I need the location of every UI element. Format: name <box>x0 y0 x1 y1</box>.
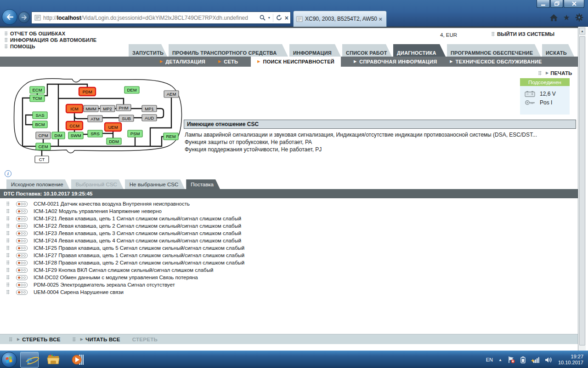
module-UEM[interactable]: UEM <box>105 123 121 131</box>
network-tray-icon[interactable] <box>531 356 539 363</box>
logout-button[interactable]: ВЫЙТИ ИЗ СИСТЕМЫ <box>492 31 554 37</box>
menu-item-vehicle-info[interactable]: ИНФОРМАЦИЯ ОБ АВТОМОБИЛЕ <box>5 37 96 43</box>
module-AUD[interactable]: AUD <box>142 115 157 121</box>
info-icon[interactable]: i <box>5 170 11 177</box>
module-ECM[interactable]: ECM <box>30 86 45 93</box>
tab-information[interactable]: ИНФОРМАЦИЯ <box>289 44 341 57</box>
module-CT[interactable]: CT <box>35 156 49 163</box>
dtc-row[interactable]: ICM-1F28 Правая клавиша, цепь 2 Сигнал с… <box>0 259 578 266</box>
dtc-row[interactable]: ICM-1F24 Левая клавиша, цепь 4 Сигнал сл… <box>0 237 578 244</box>
tray-expand-icon[interactable]: ▲ <box>498 358 502 362</box>
module-REM[interactable]: REM <box>164 133 178 140</box>
module-CEM[interactable]: CEM <box>36 143 51 150</box>
forward-arrow-icon <box>22 15 27 20</box>
module-MMM[interactable]: MMM <box>84 105 98 112</box>
dtc-label: ICM-1A02 Модуль управления Напряжение не… <box>34 208 162 214</box>
dtc-row[interactable]: ICM-DC02 Обмен данными с модулем управле… <box>0 274 578 281</box>
home-icon[interactable] <box>549 14 558 22</box>
print-button[interactable]: ▶ ПЕЧАТЬ <box>538 70 572 76</box>
subtab-network[interactable]: ▶СЕТЬ <box>218 57 238 67</box>
tab-search[interactable]: ИСКАТЬ <box>542 44 574 57</box>
module-PHM[interactable]: PHM <box>116 104 131 111</box>
search-icon[interactable] <box>260 15 266 21</box>
tab-close-icon[interactable]: × <box>377 16 384 23</box>
module-label: DDM <box>109 139 119 144</box>
forward-button[interactable] <box>18 12 30 23</box>
dtc-tab-unselected-csc[interactable]: Не выбранные CSC <box>125 179 185 189</box>
module-SWM[interactable]: SWM <box>68 132 83 139</box>
module-BCM[interactable]: BCM <box>33 121 47 128</box>
subtab-maintenance[interactable]: ▶ТЕХНИЧЕСКОЕ ОБСЛУЖИВАНИЕ <box>450 57 542 67</box>
stop-icon[interactable]: × <box>285 15 288 21</box>
language-indicator[interactable]: EN <box>486 357 493 362</box>
clear-all-button[interactable]: ▶СТЕРЕТЬ ВСЕ <box>9 337 61 342</box>
tab-vehicle-profile[interactable]: ПРОФИЛЬ ТРАНСПОРТНОГО СРЕДСТВА <box>169 44 288 57</box>
settings-gear-icon[interactable] <box>575 13 583 22</box>
subtab-detail[interactable]: ▶ДЕТАЛИЗАЦИЯ <box>160 57 205 67</box>
search-dropdown-icon[interactable]: ▾ <box>268 16 270 20</box>
taskbar-explorer-button[interactable] <box>44 352 62 368</box>
start-button[interactable] <box>1 352 17 368</box>
module-SUB[interactable]: SUB <box>119 115 134 121</box>
scrollbar-up-icon[interactable]: ▲ <box>579 28 585 34</box>
module-AEM[interactable]: AEM <box>164 91 179 98</box>
menu-item-help[interactable]: ПОМОЩЬ <box>5 43 96 49</box>
refresh-icon[interactable] <box>276 15 282 21</box>
module-ICM[interactable]: ICM <box>66 104 83 113</box>
status-lamp <box>18 247 20 249</box>
module-CPM[interactable]: CPM <box>36 132 51 139</box>
module-label: MP1 <box>145 106 154 111</box>
taskbar-media-player-button[interactable] <box>69 352 87 368</box>
tab-software[interactable]: ПРОГРАММНОЕ ОБЕСПЕЧЕНИЕ <box>447 44 541 57</box>
action-center-flag-icon[interactable] <box>508 356 515 363</box>
system-tray: EN ▲ 19:27 10.10.2017 <box>486 351 588 368</box>
status-lamp <box>23 218 26 220</box>
dtc-row[interactable]: ICM-1F27 Правая клавиша, цепь 1 Сигнал с… <box>0 252 578 259</box>
dtc-tab-delivery[interactable]: Поставка <box>186 179 220 189</box>
taskbar-clock[interactable]: 19:27 10.10.2017 <box>558 354 583 366</box>
dtc-row[interactable]: UEM-0004 Сирена Нарушение связи <box>0 288 578 296</box>
browser-tab[interactable]: XC90, 2003, B5254T2, AW50... × <box>293 11 387 27</box>
module-CCM[interactable]: CCM <box>66 121 83 130</box>
module-DIM[interactable]: DIM <box>52 132 65 139</box>
dtc-row[interactable]: ICM-1F29 Кнопка ВКЛ Сигнал слишком сильн… <box>0 266 578 274</box>
module-SRS[interactable]: SRS <box>88 130 102 137</box>
module-TCM[interactable]: TCM <box>30 95 45 102</box>
tab-job-list[interactable]: СПИСОК РАБОТ <box>342 44 392 57</box>
favorites-star-icon[interactable]: ★ <box>563 14 570 22</box>
volume-tray-icon[interactable] <box>545 356 553 363</box>
tab-diagnostics[interactable]: ДИАГНОСТИКА <box>393 44 446 57</box>
taskbar-ie-button[interactable]: e <box>20 352 39 368</box>
battery-tray-icon[interactable] <box>520 356 526 363</box>
dtc-row[interactable]: PDM-0025 Электродвигатель зеркала Сигнал… <box>0 281 578 288</box>
back-button[interactable] <box>2 9 17 25</box>
module-SAS[interactable]: SAS <box>33 112 47 119</box>
subtab-fault-tracing[interactable]: ▶ПОИСК НЕИСПРАВНОСТЕЙ <box>251 57 341 67</box>
currency-label: 4, EUR <box>440 32 457 38</box>
dtc-tab-initial-position[interactable]: Исходное положение <box>6 179 70 189</box>
minimize-button[interactable] <box>537 0 550 8</box>
module-MP2[interactable]: MP2 <box>100 105 115 112</box>
page-scrollbar[interactable]: ▲ <box>578 27 586 351</box>
dtc-row[interactable]: ICM-1F23 Левая клавиша, цепь 3 Сигнал сл… <box>0 230 578 237</box>
module-ATM[interactable]: ATM <box>88 115 102 122</box>
internet-explorer-icon: e <box>27 354 32 366</box>
tab-start[interactable]: ЗАПУСТИТЬ <box>129 44 167 57</box>
module-DEM[interactable]: DEM <box>124 86 139 93</box>
menu-item-error-report[interactable]: ОТЧЕТ ОБ ОШИБКАХ <box>5 30 96 36</box>
address-bar[interactable]: http://localhost/Vida/Login.do;jsessioni… <box>31 12 291 24</box>
dtc-row[interactable]: CCM-0021 Датчик качества воздуха Внутрен… <box>0 200 578 207</box>
close-button[interactable] <box>564 0 584 8</box>
scrollbar-thumb[interactable] <box>579 36 585 345</box>
module-DDM[interactable]: DDM <box>107 138 121 144</box>
subtab-reference-info[interactable]: ▶СПРАВОЧНАЯ ИНФОРМАЦИЯ <box>354 57 437 67</box>
module-MP1[interactable]: MP1 <box>142 105 157 112</box>
restore-button[interactable] <box>550 0 563 8</box>
module-PDM[interactable]: PDM <box>79 87 96 96</box>
module-PSM[interactable]: PSM <box>128 130 142 137</box>
dtc-row[interactable]: ICM-1F21 Левая клавиша, цепь 1 Сигнал сл… <box>0 215 578 222</box>
dtc-row[interactable]: ICM-1A02 Модуль управления Напряжение не… <box>0 207 578 215</box>
dtc-row[interactable]: ICM-1F22 Левая клавиша, цепь 2 Сигнал сл… <box>0 222 578 230</box>
dtc-row[interactable]: ICM-1F25 Правая клавиша, цепь 5 Сигнал с… <box>0 244 578 252</box>
read-all-button[interactable]: ▶ЧИТАТЬ ВСЕ <box>73 337 120 342</box>
